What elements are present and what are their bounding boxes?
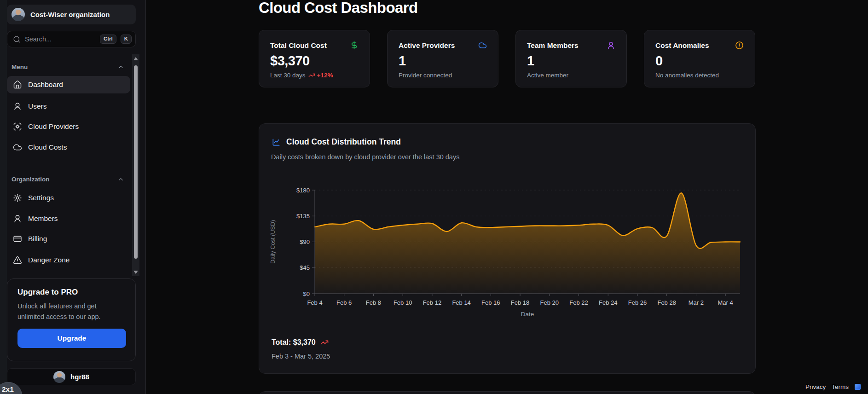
upgrade-button[interactable]: Upgrade	[17, 329, 126, 348]
sidebar-item-label: Danger Zone	[28, 256, 69, 264]
organization-section-label: Organization	[12, 176, 50, 183]
stat-card-cost-anomalies: Cost Anomalies 0 No anomalies detected	[644, 30, 755, 87]
y-axis-title: Daily Cost (USD)	[270, 220, 276, 264]
credit-card-icon	[13, 234, 22, 243]
cost-trend-card: Cloud Cost Distribution Trend Daily cost…	[259, 123, 756, 374]
scroll-down-arrow[interactable]	[132, 269, 139, 275]
x-tick-label: Feb 18	[511, 299, 529, 306]
search-box[interactable]: Ctrl K	[7, 31, 136, 47]
y-tick-label: $0	[303, 290, 310, 297]
organization-section-header[interactable]: Organization	[12, 176, 124, 183]
sidebar-item-settings[interactable]: Settings	[7, 189, 130, 207]
chart-date-range: Feb 3 - Mar 5, 2025	[272, 353, 330, 360]
chevron-up-icon	[117, 64, 124, 70]
x-tick-label: Mar 2	[689, 299, 704, 306]
sidebar-item-label: Members	[28, 214, 58, 223]
cost-trend-chart: $0$45$90$135$180Feb 4Feb 6Feb 8Feb 10Feb…	[259, 180, 756, 324]
user-icon	[607, 41, 615, 50]
stat-value: 1	[527, 53, 615, 69]
org-avatar	[12, 8, 25, 21]
x-tick-label: Feb 20	[540, 299, 559, 306]
sidebar-item-label: Settings	[28, 194, 54, 202]
next-section-card-edge	[259, 391, 756, 394]
sidebar-item-billing[interactable]: Billing	[7, 230, 130, 248]
sidebar-item-label: Cloud Costs	[28, 143, 67, 151]
dollar-sign-icon	[350, 41, 359, 50]
menu-section-label: Menu	[12, 64, 28, 70]
alert-circle-icon	[735, 41, 744, 50]
home-icon	[13, 80, 22, 89]
terms-link[interactable]: Terms	[832, 383, 849, 390]
sidebar: Cost-Wiser organization Ctrl K Menu Dash…	[0, 0, 146, 394]
trending-up-icon	[320, 338, 329, 347]
x-tick-label: Feb 4	[307, 299, 322, 306]
page-title: Cloud Cost Dashboard	[259, 0, 418, 17]
sidebar-item-cloud-providers[interactable]: Cloud Providers	[7, 118, 130, 135]
stat-title: Active Providers	[399, 41, 455, 50]
stat-title: Cost Anomalies	[655, 41, 709, 50]
org-switcher[interactable]: Cost-Wiser organization	[7, 5, 136, 24]
sidebar-item-label: Dashboard	[28, 81, 63, 89]
privacy-link[interactable]: Privacy	[805, 383, 826, 390]
y-tick-label: $135	[296, 213, 310, 220]
x-axis-title: Date	[521, 311, 534, 318]
footer-links: Privacy Terms	[805, 383, 861, 390]
x-tick-label: Feb 28	[657, 299, 676, 306]
sidebar-item-members[interactable]: Members	[7, 210, 130, 227]
sidebar-scrollbar-thumb[interactable]	[134, 65, 138, 259]
shield-badge-icon[interactable]	[855, 384, 861, 390]
scroll-up-arrow[interactable]	[132, 55, 139, 62]
x-tick-label: Feb 14	[452, 299, 470, 306]
username: hgr88	[70, 373, 89, 381]
user-avatar	[53, 371, 65, 383]
app-root: { "page": { "title": "Cloud Cost Dashboa…	[0, 0, 868, 394]
cloud-icon	[478, 41, 487, 50]
chart-subtitle: Daily costs broken down by cloud provide…	[271, 153, 459, 161]
server-cog-icon	[13, 122, 22, 131]
sidebar-item-label: Users	[28, 102, 46, 110]
stat-card-team-members: Team Members 1 Active member	[515, 30, 627, 87]
x-tick-label: Mar 4	[718, 299, 733, 306]
stat-trend: +12%	[317, 72, 333, 79]
stat-subtext: Active member	[527, 72, 568, 79]
x-tick-label: Feb 24	[599, 299, 617, 306]
stat-value: 0	[655, 53, 744, 69]
stat-card-total-cost: Total Cloud Cost $3,370 Last 30 days +12…	[259, 30, 370, 87]
stat-title: Total Cloud Cost	[270, 41, 327, 50]
sidebar-item-label: Cloud Providers	[28, 122, 79, 131]
window-edge-strip	[0, 0, 7, 394]
alert-triangle-icon	[13, 255, 22, 265]
x-tick-label: Feb 16	[481, 299, 500, 306]
stat-subtext: Provider connected	[399, 72, 452, 79]
user-menu[interactable]: hgr88	[7, 368, 136, 385]
gear-icon	[13, 193, 22, 203]
chart-line-icon	[272, 138, 281, 147]
x-tick-label: Feb 8	[366, 299, 381, 306]
cost-area-fill	[315, 193, 740, 294]
sidebar-item-danger-zone[interactable]: Danger Zone	[7, 251, 130, 269]
search-icon	[13, 35, 21, 43]
sidebar-item-users[interactable]: Users	[7, 98, 130, 115]
stat-value: 1	[399, 53, 487, 69]
search-input[interactable]	[25, 35, 96, 43]
shortcut-key-k: K	[121, 35, 132, 44]
breakpoint-badge-label: 2x1	[2, 385, 14, 394]
stat-subtext: No anomalies detected	[655, 72, 719, 79]
sidebar-item-dashboard[interactable]: Dashboard	[7, 76, 130, 93]
stat-card-active-providers: Active Providers 1 Provider connected	[387, 30, 498, 87]
y-tick-label: $180	[296, 187, 310, 194]
y-tick-label: $45	[300, 264, 310, 271]
org-name: Cost-Wiser organization	[30, 11, 110, 18]
sidebar-item-cloud-costs[interactable]: Cloud Costs	[7, 139, 130, 156]
menu-section-header[interactable]: Menu	[12, 64, 124, 70]
sidebar-item-label: Billing	[28, 235, 47, 243]
stat-subtext: Last 30 days	[270, 72, 306, 79]
x-tick-label: Feb 26	[628, 299, 647, 306]
upgrade-title: Upgrade to PRO	[17, 288, 125, 297]
cloud-icon	[13, 143, 22, 152]
x-tick-label: Feb 10	[393, 299, 412, 306]
upgrade-card: Upgrade to PRO Unlock all features and g…	[7, 278, 136, 361]
user-icon	[13, 214, 22, 223]
shortcut-key-ctrl: Ctrl	[100, 35, 116, 44]
user-icon	[13, 102, 22, 111]
